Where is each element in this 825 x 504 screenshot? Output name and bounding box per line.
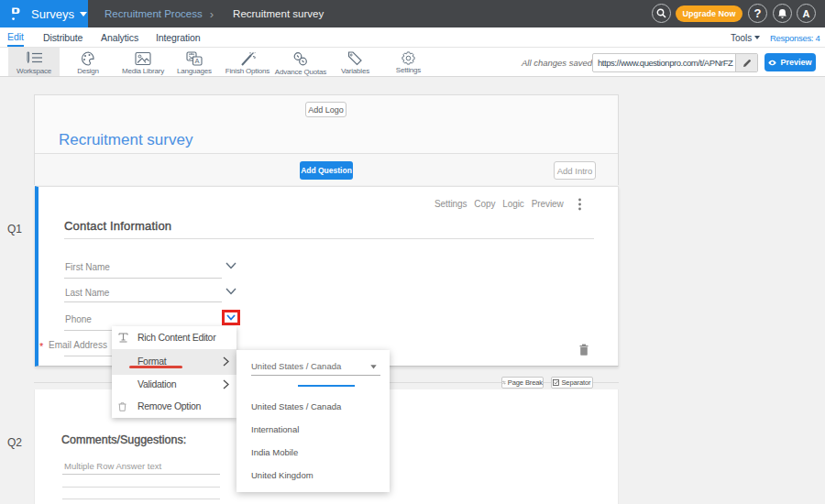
svg-text:A: A — [195, 57, 200, 65]
